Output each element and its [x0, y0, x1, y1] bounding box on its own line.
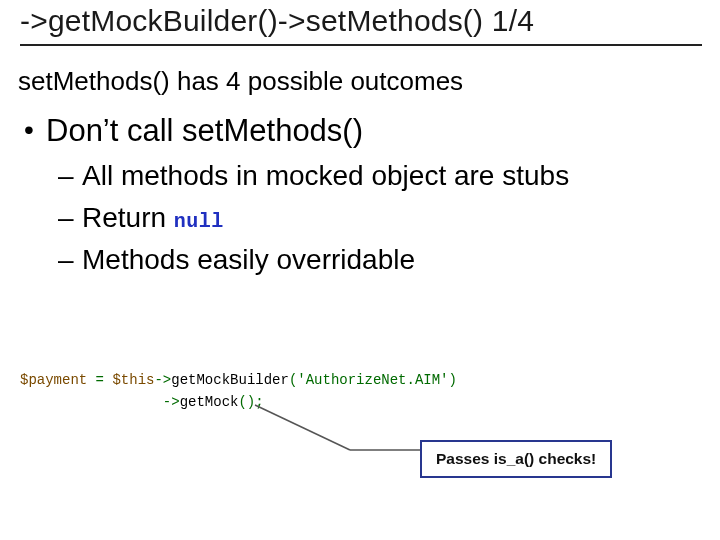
- subpoint-return-null: Return null: [18, 199, 702, 237]
- callout-box: Passes is_a() checks!: [420, 440, 612, 478]
- null-keyword: null: [174, 210, 224, 233]
- code-paren-close: ): [449, 372, 457, 388]
- subpoint-overridable: Methods easily overridable: [18, 241, 702, 279]
- intro-text: setMethods() has 4 possible outcomes: [18, 66, 702, 97]
- slide-body: setMethods() has 4 possible outcomes Don…: [18, 60, 702, 282]
- code-arrow-1: ->: [154, 372, 171, 388]
- code-call2-tail: ();: [238, 394, 263, 410]
- code-var: $payment: [20, 372, 87, 388]
- subpoint-stubs: All methods in mocked object are stubs: [18, 157, 702, 195]
- code-assign: =: [87, 372, 112, 388]
- subpoint-return-prefix: Return: [82, 202, 174, 233]
- code-arg-string: 'AuthorizeNet.AIM': [297, 372, 448, 388]
- bullet-dont-call: Don’t call setMethods(): [18, 113, 702, 149]
- code-fn-getmock: getMock: [180, 394, 239, 410]
- code-arrow-2: ->: [163, 394, 180, 410]
- code-indent: [20, 394, 163, 410]
- code-example: $payment = $this->getMockBuilder('Author…: [20, 370, 457, 413]
- code-this: $this: [112, 372, 154, 388]
- code-fn-getmockbuilder: getMockBuilder: [171, 372, 289, 388]
- slide-title: ->getMockBuilder()->setMethods() 1/4: [20, 0, 702, 46]
- slide: ->getMockBuilder()->setMethods() 1/4 set…: [0, 0, 720, 540]
